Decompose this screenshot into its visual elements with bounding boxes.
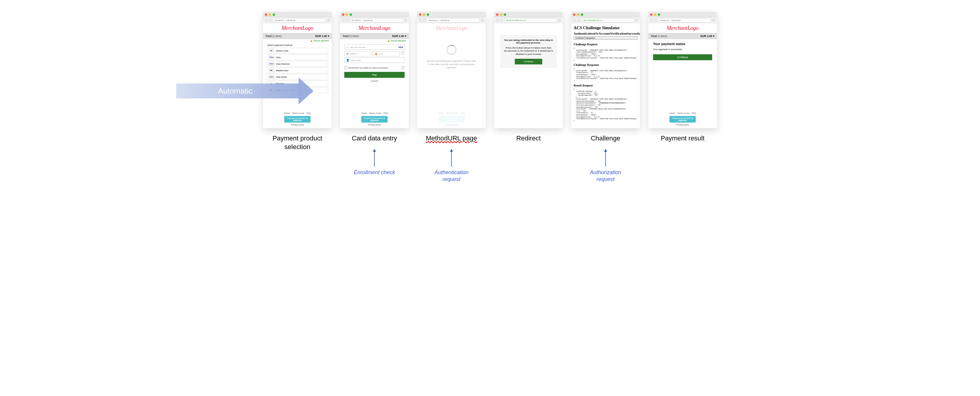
- up-arrow-icon: [449, 149, 455, 167]
- terms-link[interactable]: Terms of use: [369, 112, 381, 114]
- minimize-dot[interactable]: [423, 13, 425, 16]
- home-link[interactable]: Home: [361, 112, 367, 114]
- cancel-button[interactable]: Cancel: [340, 79, 409, 83]
- challenge-title: ACS Challenge Simulator: [574, 25, 638, 30]
- total-amount[interactable]: EUR 1.00 ▾: [392, 35, 406, 38]
- chevron-right-icon: ›: [325, 49, 326, 52]
- result-message: Your payment is successful.: [653, 48, 712, 51]
- faq-link[interactable]: FAQ: [383, 112, 388, 114]
- payment-method-item[interactable]: DCDiners Club›: [267, 48, 328, 54]
- fwd-icon[interactable]: ›: [269, 19, 272, 22]
- redirect-box: You are being redirected to the next ste…: [500, 35, 557, 68]
- close-tab-icon[interactable]: ×: [558, 19, 561, 22]
- maximize-dot[interactable]: [504, 13, 506, 16]
- url-bar[interactable]: Not Secure — payment.gl...: [427, 18, 480, 22]
- faq-link[interactable]: FAQ: [692, 112, 696, 114]
- minimize-dot[interactable]: [346, 13, 348, 16]
- page-footer: HomeTerms of useFAQPayment processed byi…: [340, 110, 409, 128]
- merchant-logo: MerchantLogo: [648, 23, 717, 33]
- close-dot[interactable]: [650, 13, 652, 16]
- payment-method-item[interactable]: ●Maestro›: [267, 81, 328, 87]
- close-tab-icon[interactable]: ×: [635, 19, 638, 22]
- maximize-dot[interactable]: [581, 13, 583, 16]
- back-icon[interactable]: ‹: [650, 19, 653, 22]
- help-icon[interactable]: ?: [401, 51, 405, 55]
- minimize-dot[interactable]: [500, 13, 502, 16]
- continue-button[interactable]: Continue: [515, 59, 542, 64]
- close-dot[interactable]: [265, 13, 267, 16]
- payment-method-item[interactable]: VISAVisa Electron›: [267, 61, 328, 67]
- cvv-input[interactable]: 🔒123: [373, 51, 400, 56]
- payment-method-item[interactable]: VISAVisa Debit›: [267, 74, 328, 80]
- close-dot[interactable]: [496, 13, 498, 16]
- spinner-wrap: We are processing your payment. Please w…: [417, 33, 486, 110]
- payment-method-item[interactable]: MCMasterCard Debit›: [267, 87, 328, 93]
- titlebar: [340, 12, 409, 17]
- home-link[interactable]: Home: [670, 112, 675, 114]
- method-name: Visa Electron: [276, 63, 290, 65]
- maximize-dot[interactable]: [427, 13, 429, 16]
- minimize-dot[interactable]: [269, 13, 271, 16]
- chevron-right-icon: ›: [325, 63, 326, 65]
- back-icon[interactable]: ‹: [496, 19, 499, 22]
- titlebar: [417, 12, 486, 17]
- close-tab-icon[interactable]: ×: [404, 19, 407, 22]
- chevron-down-icon: ▾: [713, 35, 714, 38]
- url-bar[interactable]: Not Secure — payment.gl...: [659, 18, 711, 22]
- card-brand-icon: MC: [269, 88, 274, 92]
- terms-link[interactable]: Terms of use: [677, 112, 689, 114]
- url-bar[interactable]: mpi-v2-simulation.int.v-p...: [581, 18, 634, 22]
- fwd-icon[interactable]: ›: [577, 19, 580, 22]
- lock-icon: 🔒: [374, 52, 378, 55]
- authreq-label: Authenticationrequest: [434, 169, 468, 183]
- close-tab-icon[interactable]: ×: [712, 19, 715, 22]
- fwd-icon[interactable]: ›: [500, 19, 503, 22]
- total-row: Total (1 item):EUR 1.00 ▾: [340, 33, 409, 39]
- spinner-icon: [447, 45, 456, 55]
- url-bar[interactable]: Not Secure — payment.gl...: [273, 18, 326, 22]
- checkbox[interactable]: [344, 66, 347, 69]
- fwd-icon[interactable]: ›: [346, 19, 349, 22]
- minimize-dot[interactable]: [654, 13, 656, 16]
- privacy-link[interactable]: Privacy policy: [266, 124, 329, 126]
- ingenico-badge: Payment processed byingenico: [361, 116, 387, 122]
- challenge-content: ACS Challenge Simulator AuthenticationOr…: [571, 23, 640, 128]
- page-footer-faded: HomeTerms of useFAQPayment processed byi…: [417, 110, 486, 128]
- close-tab-icon[interactable]: ×: [481, 19, 484, 22]
- url-bar[interactable]: Not Secure — payment.gl...: [350, 18, 403, 22]
- faq-link[interactable]: FAQ: [306, 112, 310, 114]
- maximize-dot[interactable]: [273, 13, 275, 16]
- pay-button[interactable]: Pay: [344, 72, 405, 78]
- minimize-dot[interactable]: [577, 13, 579, 16]
- page-content: MerchantLogo We are processing your paym…: [417, 23, 486, 128]
- back-icon[interactable]: ‹: [419, 19, 422, 22]
- fwd-icon[interactable]: ›: [654, 19, 657, 22]
- total-amount[interactable]: EUR 1.00 ▾: [315, 35, 329, 38]
- card-number-input[interactable]: ▭•••• •••• •••• ••••VISA: [344, 44, 405, 50]
- home-link[interactable]: Home: [284, 112, 290, 114]
- back-icon[interactable]: ‹: [342, 19, 345, 22]
- chevron-down-icon: ▾: [328, 35, 329, 38]
- maximize-dot[interactable]: [658, 13, 660, 16]
- privacy-link[interactable]: Privacy policy: [651, 124, 714, 126]
- continue-button[interactable]: Continue: [653, 54, 712, 60]
- close-dot[interactable]: [573, 13, 575, 16]
- maximize-dot[interactable]: [350, 13, 352, 16]
- url-bar[interactable]: mpi-v2-simulation.int.v-p...: [504, 18, 557, 22]
- payment-method-item[interactable]: MCMasterCard›: [267, 67, 328, 73]
- close-dot[interactable]: [342, 13, 344, 16]
- terms-link[interactable]: Terms of use: [292, 112, 304, 114]
- help-icon[interactable]: ?: [401, 66, 405, 70]
- privacy-link[interactable]: Privacy policy: [342, 124, 406, 126]
- close-tab-icon[interactable]: ×: [327, 19, 330, 22]
- expiry-input[interactable]: ▦MM/YY: [344, 51, 371, 56]
- name-input[interactable]: 👤John Doe: [344, 57, 405, 63]
- remember-checkbox-row[interactable]: Remember my details for future purchases…: [340, 65, 409, 71]
- continue-transaction-button[interactable]: Continue Transaction: [574, 36, 638, 40]
- total-amount[interactable]: EUR 1.00 ▾: [700, 35, 714, 38]
- back-icon[interactable]: ‹: [573, 19, 576, 22]
- close-dot[interactable]: [419, 13, 421, 16]
- payment-method-item[interactable]: VISAVisa›: [267, 54, 328, 60]
- back-icon[interactable]: ‹: [265, 19, 268, 22]
- fwd-icon[interactable]: ›: [423, 19, 426, 22]
